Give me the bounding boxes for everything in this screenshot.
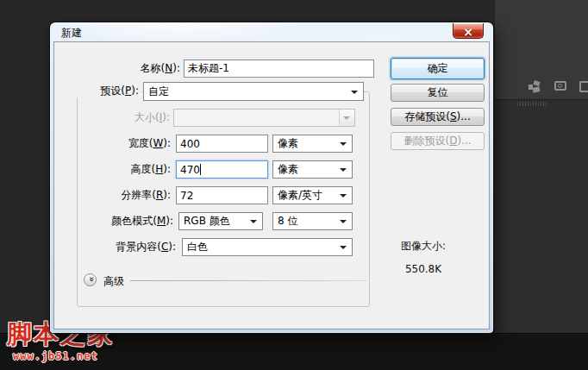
size-label: 大小(I):: [54, 111, 170, 124]
save-preset-button[interactable]: 存储预设(S)...: [391, 108, 485, 126]
bridge-launch-icon[interactable]: [529, 81, 541, 93]
advanced-label: 高级: [103, 275, 138, 288]
chevron-down-icon: [340, 246, 347, 249]
dialog-title: 新建: [61, 26, 82, 41]
ok-button[interactable]: 确定: [391, 58, 485, 79]
resolution-label: 分辨率(R):: [54, 189, 171, 202]
width-input[interactable]: [176, 135, 268, 153]
width-unit-select[interactable]: 像素: [272, 135, 353, 153]
chevron-down-icon: [351, 91, 358, 94]
bit-depth-select[interactable]: 8 位: [272, 212, 353, 230]
panel-grip-handle[interactable]: [517, 102, 548, 106]
advanced-expander-button[interactable]: »: [84, 273, 97, 286]
reset-button[interactable]: 复位: [391, 84, 485, 102]
height-input-wrap: [176, 160, 268, 179]
watermark-site-url: www.jb51.net: [13, 350, 98, 362]
chevron-down-icon: [343, 116, 350, 120]
resolution-unit-select[interactable]: 像素/英寸: [272, 186, 353, 204]
background-contents-label: 背景内容(C):: [54, 241, 176, 254]
camera-icon[interactable]: [554, 81, 566, 91]
preset-label: 预设(P):: [54, 85, 141, 97]
color-mode-label: 颜色模式(M):: [54, 215, 173, 228]
color-mode-select[interactable]: RGB 颜色: [178, 212, 263, 230]
chevron-down-icon: [340, 168, 347, 172]
text-caret: [200, 164, 201, 175]
image-size-readout: 图像大小: 550.8K: [372, 239, 475, 275]
name-input[interactable]: [184, 60, 374, 78]
height-unit-select[interactable]: 像素: [272, 160, 353, 179]
close-button[interactable]: ×: [453, 23, 484, 39]
photoshop-screen: 脚本之家 www.jb51.net 新建 × 名称(N): 确定 复位 存储预设…: [0, 0, 588, 370]
new-document-dialog: 新建 × 名称(N): 确定 复位 存储预设(S)... 删除预设(D)... …: [50, 22, 493, 333]
delete-preset-button: 删除预设(D)...: [391, 132, 485, 150]
image-size-label: 图像大小:: [372, 239, 475, 254]
preset-select[interactable]: 自定: [143, 82, 364, 101]
chevron-down-icon: [340, 142, 347, 146]
dialog-body: 名称(N): 确定 复位 存储预设(S)... 删除预设(D)... 预设(P)…: [53, 41, 490, 329]
background-contents-select[interactable]: 白色: [182, 238, 353, 256]
options-bar: [495, 0, 588, 100]
chevron-down-icon: [340, 220, 347, 223]
image-size-value: 550.8K: [372, 263, 475, 275]
panel-icon[interactable]: [579, 81, 588, 92]
advanced-divider: [130, 280, 367, 281]
height-input[interactable]: [176, 160, 268, 179]
name-label: 名称(N):: [54, 62, 180, 75]
double-chevron-down-icon: »: [86, 277, 97, 285]
chevron-down-icon: [340, 194, 347, 198]
size-select: [173, 109, 355, 127]
height-label: 高度(H):: [54, 163, 171, 176]
close-icon: ×: [463, 25, 473, 39]
resolution-input[interactable]: [176, 186, 268, 204]
chevron-down-icon: [250, 220, 257, 223]
width-label: 宽度(W):: [54, 137, 171, 150]
photoshop-panel-background: [495, 0, 588, 335]
